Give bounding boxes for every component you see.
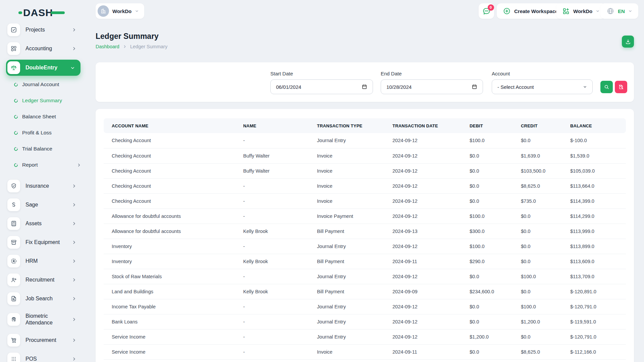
- cell-debit: $234,600.0: [462, 284, 513, 299]
- sidebar-subitem-label: Balance Sheet: [22, 114, 56, 120]
- workspace-grid-icon: [562, 7, 570, 15]
- cell-balance: $113,899.0: [562, 239, 626, 254]
- sidebar-subitem-ledger-summary[interactable]: Ledger Summary: [0, 94, 86, 107]
- chevron-right-icon: [72, 296, 76, 301]
- chevron-right-icon: [72, 221, 76, 226]
- sidebar-subitem-journal-account[interactable]: Journal Account: [0, 78, 86, 91]
- cell-debit: $0.0: [462, 163, 513, 178]
- cell-transaction-type: Bill Payment: [309, 254, 384, 269]
- cell-debit: $0.0: [462, 148, 513, 163]
- projects-icon: [7, 23, 20, 36]
- chevron-down-icon: [135, 9, 139, 13]
- start-date-label: Start Date: [270, 71, 293, 76]
- chevron-right-icon: [72, 338, 76, 343]
- cell-transaction-type: Invoice: [309, 163, 384, 178]
- chevron-down-icon: [70, 65, 75, 70]
- col-account-name: ACCOUNT NAME: [104, 118, 235, 133]
- sidebar-item-pos[interactable]: POS: [0, 351, 86, 362]
- bullet-icon: [13, 162, 18, 167]
- cell-balance: $105,039.0: [562, 163, 626, 178]
- cell-transaction-date: 2024-09-12: [384, 178, 462, 193]
- workspace-switcher[interactable]: WorkDo: [96, 3, 144, 19]
- reset-filter-button[interactable]: [615, 81, 627, 93]
- cell-credit: $1,639.0: [513, 148, 562, 163]
- table-row: Checking Account-Journal Entry2024-09-12…: [104, 133, 626, 148]
- table-row: Allowance for doubtful accountsKelly Bro…: [104, 224, 626, 239]
- cell-account-name: Checking Account: [104, 133, 235, 148]
- cell-account-name: Income Tax Payable: [104, 299, 235, 314]
- search-button[interactable]: [600, 81, 613, 93]
- cell-name: -: [235, 193, 309, 208]
- sidebar-item-procurement[interactable]: Procurement: [0, 333, 86, 348]
- cell-account-name: Service Income: [104, 329, 235, 344]
- sidebar-item-label: Job Search: [25, 295, 53, 302]
- cell-transaction-date: 2024-09-11: [384, 344, 462, 359]
- cell-debit: $100.0: [462, 133, 513, 148]
- breadcrumb-dashboard-link[interactable]: Dashboard: [96, 44, 119, 49]
- cell-transaction-type: Journal Entry: [309, 314, 384, 329]
- cell-account-name: Stock of Raw Materials: [104, 269, 235, 284]
- cell-debit: $100.0: [462, 239, 513, 254]
- cell-debit: $0.0: [462, 344, 513, 359]
- sidebar-item-doubleentry[interactable]: DoubleEntry: [6, 60, 80, 76]
- table-row: Bank Loans-Journal Entry2024-09-12$0.0$1…: [104, 314, 626, 329]
- workspace-menu-button[interactable]: WorkDo: [556, 3, 606, 19]
- table-row: Land and BuildingsKelly BrookBill Paymen…: [104, 284, 626, 299]
- account-select[interactable]: - Select Account: [492, 79, 593, 94]
- sidebar-item-hrm[interactable]: HRM: [0, 253, 86, 269]
- clear-filter-icon: [618, 84, 624, 90]
- cell-balance: $1,539.0: [562, 148, 626, 163]
- messages-button[interactable]: 0: [479, 3, 494, 19]
- create-workspace-button[interactable]: Create Workspace: [497, 3, 564, 19]
- accounting-icon: [7, 42, 20, 55]
- sidebar-item-label: Procurement: [25, 337, 56, 344]
- cell-transaction-date: 2024-09-12: [384, 299, 462, 314]
- start-date-input[interactable]: [270, 79, 373, 94]
- job-search-icon: [7, 292, 20, 305]
- sidebar-item-job-search[interactable]: Job Search: [0, 291, 86, 306]
- end-date-input[interactable]: [381, 79, 483, 94]
- dash-logo-icon: DASH: [18, 6, 69, 19]
- breadcrumb: Dashboard Ledger Summary: [96, 44, 167, 49]
- table-row: Service Income-Journal Entry2024-09-12$1…: [104, 329, 626, 344]
- cell-transaction-type: Invoice: [309, 344, 384, 359]
- sidebar-subitem-trial-balance[interactable]: Trial Balance: [0, 142, 86, 156]
- cell-balance: $114,299.0: [562, 208, 626, 224]
- cell-name: -: [235, 329, 309, 344]
- cell-credit: $8,625.0: [513, 178, 562, 193]
- sidebar-item-insurance[interactable]: Insurance: [0, 178, 86, 194]
- sidebar-item-recruitment[interactable]: Recruitment: [0, 272, 86, 288]
- cell-account-name: Land and Buildings: [104, 284, 235, 299]
- table-row: Income Tax Payable-Journal Entry2024-09-…: [104, 299, 626, 314]
- cell-name: Kelly Brook: [235, 284, 309, 299]
- sidebar-subitem-balance-sheet[interactable]: Balance Sheet: [0, 110, 86, 123]
- cell-name: -: [235, 208, 309, 224]
- sidebar-item-fix-equipment[interactable]: Fix Equipment: [0, 235, 86, 250]
- sidebar: Projects Accounting DoubleEntry: [0, 19, 86, 362]
- breadcrumb-current: Ledger Summary: [130, 44, 167, 49]
- sidebar-subitem-profit-loss[interactable]: Profit & Loss: [0, 126, 86, 139]
- col-debit: DEBIT: [462, 118, 513, 133]
- sidebar-subitem-report[interactable]: Report: [0, 158, 86, 172]
- sidebar-item-label: POS: [25, 356, 37, 362]
- sidebar-subitem-label: Profit & Loss: [22, 130, 52, 136]
- chevron-right-icon: [72, 357, 76, 361]
- cell-name: -: [235, 314, 309, 329]
- download-button[interactable]: [622, 36, 634, 48]
- sidebar-item-label: HRM: [25, 258, 38, 264]
- sidebar-item-accounting[interactable]: Accounting: [0, 41, 86, 56]
- cell-debit: $1,200.0: [462, 329, 513, 344]
- sidebar-item-projects[interactable]: Projects: [0, 22, 86, 38]
- workspace-menu-label: WorkDo: [573, 8, 592, 14]
- sidebar-item-label: Sage: [25, 201, 38, 208]
- sidebar-item-biometric-attendance[interactable]: Biometric Attendance: [0, 310, 86, 329]
- chevron-right-icon: [72, 259, 76, 263]
- bullet-icon: [13, 98, 18, 103]
- chevron-right-icon: [72, 184, 76, 188]
- sidebar-item-sage[interactable]: Sage: [0, 197, 86, 213]
- sidebar-item-assets[interactable]: Assets: [0, 216, 86, 231]
- cell-debit: $300.0: [462, 224, 513, 239]
- workspace-switcher-label: WorkDo: [112, 8, 131, 14]
- language-menu-button[interactable]: EN: [600, 3, 638, 19]
- sidebar-item-label: Biometric Attendance: [25, 313, 66, 326]
